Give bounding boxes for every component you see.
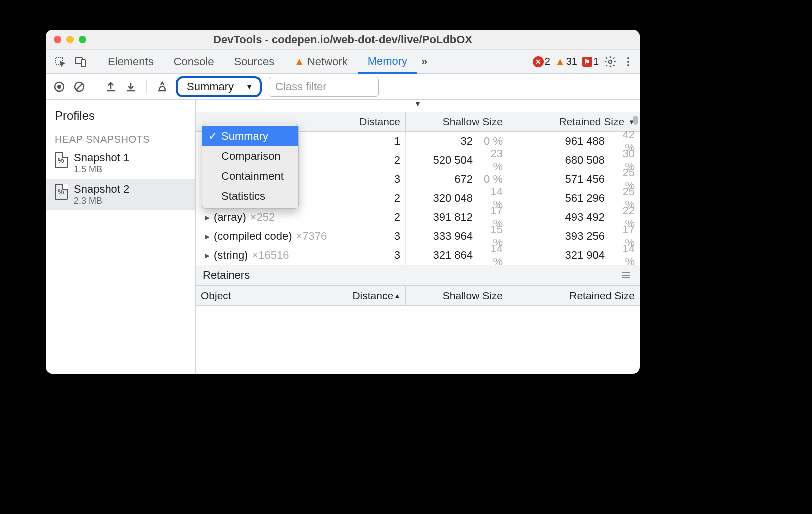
snapshot-size: 1.5 MB: [74, 164, 130, 175]
memory-toolbar: Summary ▼ Class filter: [46, 74, 640, 100]
close-window-button[interactable]: [54, 36, 62, 44]
device-toolbar-icon[interactable]: [74, 56, 87, 68]
snapshot-name: Snapshot 1: [74, 152, 130, 164]
object-filter-chevron[interactable]: ▼: [196, 100, 640, 112]
window-title: DevTools - codepen.io/web-dot-dev/live/P…: [46, 34, 640, 46]
kebab-menu-icon[interactable]: [622, 56, 635, 68]
table-row[interactable]: ▶(string)×16516 3 321 86414 % 321 90414 …: [196, 246, 640, 265]
import-icon[interactable]: [124, 80, 138, 94]
disclosure-triangle-icon[interactable]: ▶: [205, 233, 210, 240]
col-distance[interactable]: Distance: [348, 112, 406, 132]
error-icon: ✕: [533, 56, 544, 68]
retainers-title: Retainers: [203, 269, 250, 282]
more-tabs-button[interactable]: »: [418, 50, 432, 74]
dropdown-item-containment[interactable]: Containment: [202, 166, 298, 186]
panel-tabbar: Elements Console Sources ▲ Network Memor…: [46, 50, 640, 74]
minimize-window-button[interactable]: [66, 36, 74, 44]
retainers-menu-icon[interactable]: [620, 269, 633, 282]
scrollbar-thumb[interactable]: [634, 116, 638, 125]
clear-icon[interactable]: [73, 80, 86, 94]
maximize-window-button[interactable]: [79, 36, 86, 44]
settings-icon[interactable]: [604, 56, 617, 68]
profiles-sidebar: Profiles HEAP SNAPSHOTS Snapshot 1 1.5 M…: [46, 100, 196, 374]
titlebar: DevTools - codepen.io/web-dot-dev/live/P…: [46, 30, 640, 50]
sidebar-title: Profiles: [46, 104, 196, 128]
snapshot-name: Snapshot 2: [74, 183, 130, 196]
dropdown-item-statistics[interactable]: Statistics: [202, 186, 298, 206]
tab-memory[interactable]: Memory: [358, 50, 418, 74]
col-object[interactable]: Object: [196, 286, 348, 306]
table-row[interactable]: ▶(compiled code)×7376 3 333 96415 % 393 …: [196, 227, 640, 246]
snapshot-size: 2.3 MB: [74, 196, 130, 206]
class-filter-input[interactable]: Class filter: [269, 77, 379, 97]
svg-point-3: [609, 60, 612, 64]
view-mode-label: Summary: [187, 80, 234, 94]
collect-garbage-icon[interactable]: [156, 80, 169, 94]
warning-icon: ▲: [556, 56, 566, 68]
retainers-table-header: Object Distance▲ Shallow Size Retained S…: [196, 286, 640, 306]
retainers-header: Retainers: [196, 265, 640, 286]
inspect-element-icon[interactable]: [54, 56, 67, 68]
tab-sources[interactable]: Sources: [224, 50, 284, 74]
dropdown-item-summary[interactable]: Summary: [202, 126, 298, 146]
retainers-empty: [196, 306, 640, 374]
col-shallow[interactable]: Shallow Size: [406, 112, 508, 132]
snapshot-item-2[interactable]: Snapshot 2 2.3 MB: [46, 179, 196, 210]
view-mode-select[interactable]: Summary ▼: [176, 76, 262, 98]
separator: [95, 80, 96, 94]
export-icon[interactable]: [104, 80, 118, 94]
view-mode-dropdown: Summary Comparison Containment Statistic…: [202, 124, 299, 209]
warning-counter[interactable]: ▲ 31: [556, 56, 578, 68]
devtools-window: DevTools - codepen.io/web-dot-dev/live/P…: [46, 30, 640, 374]
snapshot-file-icon: [55, 184, 68, 200]
svg-rect-2: [82, 60, 86, 67]
traffic-lights: [54, 36, 86, 44]
issues-counter[interactable]: ⚑ 1: [582, 56, 599, 68]
svg-point-5: [58, 85, 62, 89]
col-retained[interactable]: Retained Size: [508, 286, 640, 306]
svg-line-7: [76, 84, 83, 90]
issue-icon: ⚑: [582, 57, 592, 67]
col-distance[interactable]: Distance▲: [348, 286, 406, 306]
error-counter[interactable]: ✕ 2: [533, 56, 550, 68]
disclosure-triangle-icon[interactable]: ▶: [205, 214, 210, 222]
tab-elements[interactable]: Elements: [98, 50, 164, 74]
separator: [146, 80, 147, 94]
tab-console[interactable]: Console: [164, 50, 224, 74]
disclosure-triangle-icon[interactable]: ▶: [205, 252, 210, 260]
sort-asc-icon: ▲: [394, 292, 400, 300]
tab-network[interactable]: ▲ Network: [284, 50, 358, 74]
snapshot-item-1[interactable]: Snapshot 1 1.5 MB: [46, 148, 196, 179]
chevron-down-icon: ▼: [246, 83, 253, 91]
sidebar-section-heap: HEAP SNAPSHOTS: [46, 128, 196, 148]
record-icon[interactable]: [53, 80, 66, 94]
dropdown-item-comparison[interactable]: Comparison: [202, 146, 298, 166]
table-row[interactable]: ▶(array)×252 2 391 81217 % 493 49222 %: [196, 208, 640, 227]
snapshot-file-icon: [55, 152, 68, 168]
col-shallow[interactable]: Shallow Size: [406, 286, 508, 306]
warning-icon: ▲: [294, 56, 304, 68]
filter-placeholder: Class filter: [276, 80, 327, 94]
